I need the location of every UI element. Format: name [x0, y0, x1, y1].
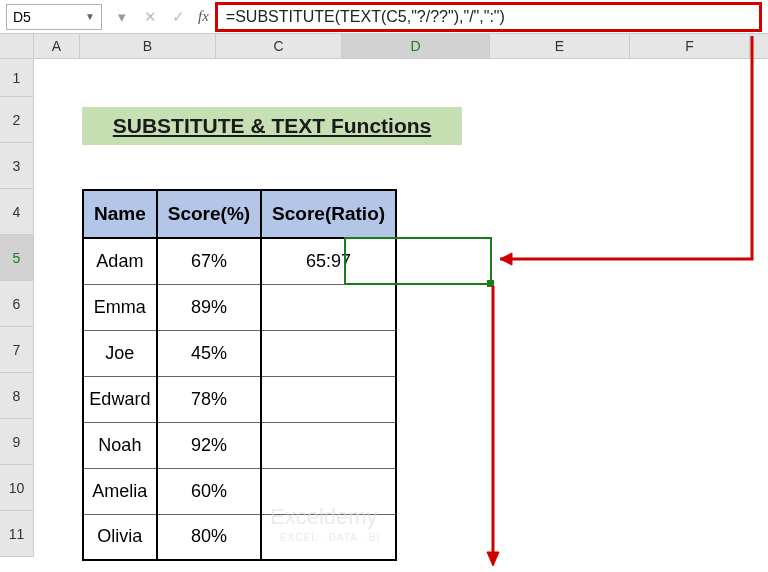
- annotation-arrow-filldown: [0, 34, 768, 572]
- formula-input[interactable]: =SUBSTITUTE(TEXT(C5,"?/??"),"/",":"): [215, 2, 762, 32]
- watermark: Exceldemy: [270, 504, 378, 530]
- function-dropdown-icon[interactable]: ▾: [108, 4, 136, 30]
- spreadsheet-grid: ABCDEF 1234567891011 SUBSTITUTE & TEXT F…: [0, 34, 768, 569]
- formula-text: =SUBSTITUTE(TEXT(C5,"?/??"),"/",":"): [226, 8, 505, 26]
- watermark-sub: EXCEL · DATA · BI: [280, 532, 380, 543]
- fx-icon[interactable]: fx: [192, 8, 215, 25]
- cancel-icon[interactable]: ✕: [136, 4, 164, 30]
- name-box-value: D5: [13, 9, 31, 25]
- enter-icon[interactable]: ✓: [164, 4, 192, 30]
- formula-bar: D5 ▼ ▾ ✕ ✓ fx =SUBSTITUTE(TEXT(C5,"?/??"…: [0, 0, 768, 34]
- name-box[interactable]: D5 ▼: [6, 4, 102, 30]
- svg-marker-2: [487, 552, 499, 566]
- chevron-down-icon[interactable]: ▼: [85, 11, 95, 22]
